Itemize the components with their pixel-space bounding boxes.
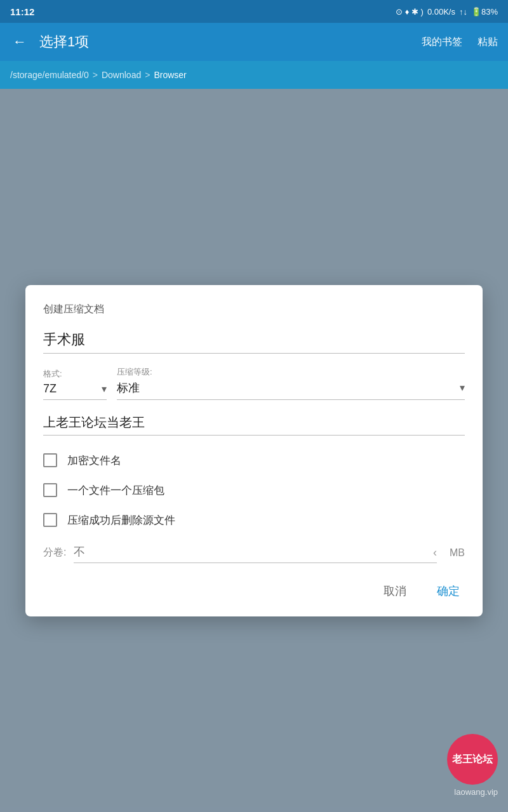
format-group: 格式: 7Z ▾: [43, 368, 107, 400]
compression-value: 标准: [117, 380, 455, 396]
status-time: 11:12: [10, 6, 34, 17]
checkbox-encrypt-filename-row: 加密文件名: [43, 453, 465, 468]
dialog-actions: 取消 确定: [43, 581, 465, 601]
cancel-button[interactable]: 取消: [378, 581, 411, 601]
password-input[interactable]: [43, 413, 465, 435]
status-bar: 11:12 ⊙ ♦ ✱ ) 0.00K/s ↑↓ 🔋83%: [0, 0, 508, 23]
status-battery: 🔋83%: [471, 7, 498, 17]
volume-input-wrapper: ‹: [74, 543, 437, 563]
format-dropdown-icon: ▾: [102, 383, 107, 395]
status-icons: ⊙ ♦ ✱ ): [396, 7, 424, 17]
status-network: 0.00K/s: [427, 7, 455, 17]
volume-decrement-icon[interactable]: ‹: [433, 546, 437, 559]
format-select[interactable]: 7Z ▾: [43, 382, 107, 400]
paste-button[interactable]: 粘贴: [478, 36, 498, 49]
filename-field-wrapper: [43, 329, 465, 354]
breadcrumb-folder2[interactable]: Browser: [154, 70, 186, 80]
confirm-button[interactable]: 确定: [432, 581, 465, 601]
watermark-url: laowang.vip: [447, 787, 498, 797]
checkbox-delete-source[interactable]: [43, 513, 57, 527]
app-title: 选择1项: [39, 32, 411, 51]
bookmark-button[interactable]: 我的书签: [422, 36, 462, 49]
password-field-wrapper: [43, 413, 465, 436]
breadcrumb-sep2: >: [145, 70, 150, 80]
format-compression-row: 格式: 7Z ▾ 压缩等级: 标准 ▾: [43, 366, 465, 400]
compression-label: 压缩等级:: [117, 366, 465, 378]
checkbox-one-file-label: 一个文件一个压缩包: [67, 483, 164, 498]
volume-unit: MB: [450, 547, 465, 559]
checkbox-delete-source-row: 压缩成功后删除源文件: [43, 513, 465, 528]
compression-group: 压缩等级: 标准 ▾: [117, 366, 465, 400]
header-actions: 我的书签 粘贴: [422, 36, 498, 49]
breadcrumb-sep1: >: [93, 70, 98, 80]
checkbox-encrypt-filename-label: 加密文件名: [67, 453, 121, 468]
status-wifi: ↑↓: [459, 7, 467, 17]
app-header: ← 选择1项 我的书签 粘贴: [0, 23, 508, 61]
volume-label: 分卷:: [43, 546, 66, 559]
dialog-overlay: 创建压缩文档 格式: 7Z ▾ 压缩等级: 标准 ▾: [0, 89, 508, 812]
format-label: 格式:: [43, 368, 107, 380]
volume-input[interactable]: [74, 543, 433, 562]
compression-dropdown-icon: ▾: [460, 382, 465, 394]
breadcrumb: /storage/emulated/0 > Download > Browser: [0, 61, 508, 89]
status-right: ⊙ ♦ ✱ ) 0.00K/s ↑↓ 🔋83%: [396, 7, 498, 17]
watermark: 老王论坛 laowang.vip: [447, 734, 498, 797]
watermark-logo: 老王论坛: [447, 734, 498, 785]
checkbox-one-file-row: 一个文件一个压缩包: [43, 483, 465, 498]
checkbox-delete-source-label: 压缩成功后删除源文件: [67, 513, 175, 528]
checkbox-one-file[interactable]: [43, 483, 57, 497]
create-archive-dialog: 创建压缩文档 格式: 7Z ▾ 压缩等级: 标准 ▾: [25, 285, 483, 616]
checkbox-encrypt-filename[interactable]: [43, 453, 57, 467]
back-button[interactable]: ←: [10, 31, 29, 53]
format-value: 7Z: [43, 382, 97, 396]
filename-input[interactable]: [43, 329, 465, 353]
compression-select[interactable]: 标准 ▾: [117, 380, 465, 400]
dialog-title: 创建压缩文档: [43, 303, 465, 316]
volume-row: 分卷: ‹ MB: [43, 543, 465, 563]
breadcrumb-folder1[interactable]: Download: [102, 70, 141, 80]
breadcrumb-root[interactable]: /storage/emulated/0: [10, 70, 89, 80]
